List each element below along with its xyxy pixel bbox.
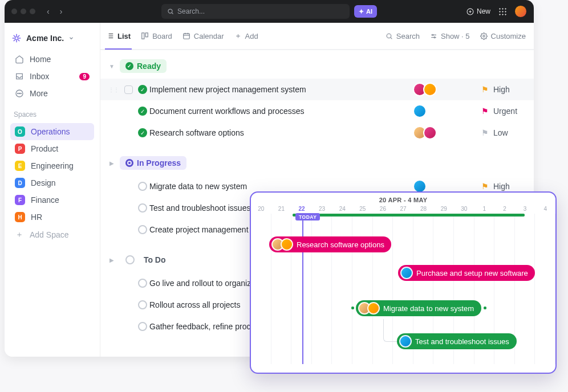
task-name[interactable]: Implement new project management system	[149, 85, 413, 94]
search-icon	[167, 8, 174, 15]
task-name[interactable]: Migrate data to new system	[149, 182, 413, 191]
window-controls[interactable]	[11, 9, 35, 14]
group-header-inprogress[interactable]: ▶In Progress	[100, 150, 534, 175]
toolbar-customize[interactable]: Customize	[480, 32, 526, 40]
task-name[interactable]: Document current workflows and processes	[149, 107, 413, 116]
nav-forward[interactable]: ›	[58, 7, 65, 16]
sidebar-space-design[interactable]: DDesign	[10, 174, 94, 191]
timeline-bar-label: Migrate data to new system	[383, 304, 474, 313]
timeline-day: 26	[373, 206, 393, 214]
nav-back[interactable]: ‹	[44, 7, 52, 16]
space-badge: F	[15, 195, 25, 205]
search-icon	[386, 32, 393, 40]
task-row[interactable]: ⋮⋮✓Research software options⚑Low	[100, 122, 534, 144]
task-status-icon[interactable]	[136, 279, 149, 288]
add-space-button[interactable]: ＋ Add Space	[10, 227, 94, 243]
assignee-avatar	[399, 335, 412, 348]
list-icon	[106, 32, 114, 40]
task-status-icon[interactable]	[136, 225, 149, 234]
assignee-avatar[interactable]	[423, 83, 437, 96]
home-icon	[15, 55, 24, 64]
search-placeholder: Search...	[177, 7, 205, 15]
space-label: Design	[31, 178, 56, 187]
timeline-day: 1	[474, 206, 495, 214]
task-row[interactable]: ⋮⋮✓Implement new project management syst…	[100, 79, 534, 100]
timeline-day: 21	[271, 206, 292, 214]
assignee-avatar[interactable]	[423, 126, 437, 140]
gear-icon	[480, 32, 488, 40]
user-avatar[interactable]	[514, 5, 527, 18]
timeline-bar-label: Test and troubleshoot issues	[415, 337, 509, 346]
plus-circle-icon	[466, 8, 474, 15]
chevron-down-icon[interactable]: ▶	[107, 160, 116, 166]
view-calendar[interactable]: Calendar	[182, 32, 224, 40]
sidebar-item-inbox[interactable]: Inbox 9	[10, 68, 94, 84]
sidebar-space-product[interactable]: PProduct	[10, 140, 94, 157]
window-titlebar: ‹ › Search... ✦ AI New	[5, 0, 534, 23]
timeline-bar[interactable]: Purchase and setup new software	[398, 265, 535, 281]
new-button[interactable]: New	[466, 7, 490, 15]
sidebar-item-more[interactable]: More	[10, 85, 94, 101]
assignee-avatar[interactable]	[413, 104, 427, 118]
timeline-body[interactable]: Research software optionsPurchase and se…	[251, 214, 555, 364]
task-status-icon[interactable]	[136, 322, 149, 331]
assignee-avatar	[400, 267, 413, 279]
timeline-panel: 20 APR - 4 MAY 2021222324252627282930123…	[250, 191, 557, 374]
task-name[interactable]: Research software options	[149, 128, 413, 137]
chevron-down-icon[interactable]: ▶	[107, 257, 116, 263]
sidebar-space-operations[interactable]: OOperations	[10, 123, 94, 140]
timeline-bar[interactable]: Test and troubleshoot issues	[397, 333, 517, 349]
flag-icon: ⚑	[481, 182, 489, 191]
task-priority[interactable]: ⚑Urgent	[481, 107, 527, 116]
sidebar-item-home[interactable]: Home	[10, 51, 94, 67]
svg-line-9	[14, 35, 15, 37]
view-list[interactable]: List	[106, 32, 131, 40]
sidebar-space-engineering[interactable]: EEngineering	[10, 157, 94, 174]
workspace-switcher[interactable]: Acme Inc.	[10, 31, 94, 50]
task-status-icon[interactable]	[136, 182, 149, 191]
inbox-icon	[15, 72, 24, 81]
apps-grid-icon[interactable]	[498, 7, 506, 15]
svg-point-35	[482, 35, 484, 36]
task-priority[interactable]: ⚑High	[481, 182, 527, 191]
flag-icon: ⚑	[481, 107, 489, 116]
space-label: Operations	[31, 127, 70, 136]
space-label: Engineering	[31, 161, 74, 170]
task-status-icon[interactable]	[136, 203, 149, 213]
timeline-day: 23	[312, 206, 332, 214]
priority-label: High	[493, 85, 510, 94]
view-toolbar: List Board Calendar ＋ Add Search	[100, 23, 534, 50]
add-view-button[interactable]: ＋ Add	[234, 31, 258, 41]
view-board[interactable]: Board	[141, 32, 172, 40]
svg-line-12	[14, 39, 15, 41]
priority-label: Low	[493, 128, 508, 137]
timeline-bar[interactable]: Research software options	[269, 236, 391, 252]
task-priority[interactable]: ⚑Low	[481, 128, 527, 137]
task-status-icon[interactable]: ✓	[136, 85, 149, 94]
sidebar-space-finance[interactable]: FFinance	[10, 191, 94, 209]
more-icon	[15, 89, 24, 98]
task-status-icon[interactable]	[136, 300, 149, 309]
timeline-day: 29	[433, 206, 454, 214]
chevron-down-icon[interactable]: ▼	[107, 63, 116, 70]
task-row[interactable]: ⋮⋮✓Document current workflows and proces…	[100, 100, 534, 122]
timeline-bar[interactable]: Migrate data to new system	[356, 300, 481, 316]
sidebar: Acme Inc. Home Inbox 9 More Spaces OOper…	[5, 23, 100, 357]
assignees	[413, 126, 481, 140]
chevron-down-icon	[68, 35, 74, 41]
task-status-icon[interactable]: ✓	[136, 128, 149, 137]
priority-label: High	[493, 182, 510, 191]
space-badge: P	[15, 144, 25, 154]
task-status-icon[interactable]: ✓	[136, 107, 149, 116]
task-priority[interactable]: ⚑High	[481, 85, 527, 94]
timeline-handle[interactable]	[484, 307, 486, 309]
toolbar-search[interactable]: Search	[386, 32, 420, 40]
sidebar-space-hr[interactable]: HHR	[10, 209, 94, 226]
task-checkbox[interactable]	[124, 85, 133, 94]
ai-button[interactable]: ✦ AI	[354, 5, 377, 18]
global-search[interactable]: Search...	[161, 4, 350, 19]
group-header-ready[interactable]: ▼✓Ready	[100, 54, 534, 79]
drag-handle-icon[interactable]: ⋮⋮	[103, 87, 124, 93]
timeline-handle[interactable]	[351, 307, 354, 309]
toolbar-show[interactable]: Show · 5	[430, 32, 470, 40]
